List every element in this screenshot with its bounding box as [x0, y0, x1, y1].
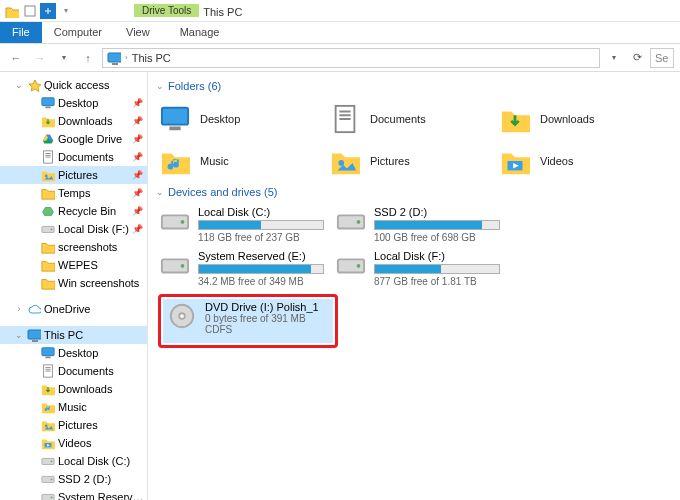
pin-icon: 📌	[132, 134, 143, 144]
desktop-icon	[41, 96, 55, 110]
sidebar: ⌄ Quick access Desktop📌Downloads📌Google …	[0, 72, 148, 500]
drive-icon	[41, 454, 55, 468]
qat-properties-icon[interactable]	[22, 3, 38, 19]
star-icon	[27, 78, 41, 92]
sidebar-item-recycle-bin[interactable]: Recycle Bin📌	[0, 202, 147, 220]
nav-recent-dropdown[interactable]: ▾	[54, 48, 74, 68]
folder-downloads[interactable]: Downloads	[496, 98, 666, 140]
folder-icon	[41, 186, 55, 200]
sidebar-onedrive[interactable]: › OneDrive	[0, 300, 147, 318]
pictures-icon	[41, 418, 55, 432]
downloads-icon	[41, 382, 55, 396]
sidebar-item-desktop[interactable]: Desktop	[0, 344, 147, 362]
pin-icon: 📌	[132, 116, 143, 126]
sidebar-this-pc[interactable]: ⌄ This PC	[0, 326, 147, 344]
search-placeholder: Se	[655, 52, 668, 64]
sidebar-item-temps[interactable]: Temps📌	[0, 184, 147, 202]
sidebar-item-downloads[interactable]: Downloads📌	[0, 112, 147, 130]
sidebar-item-videos[interactable]: Videos	[0, 434, 147, 452]
chevron-down-icon[interactable]: ⌄	[156, 187, 164, 197]
usage-bar	[374, 264, 500, 274]
drive-local-disk-f-[interactable]: Local Disk (F:)877 GB free of 1.81 TB	[332, 248, 502, 292]
sidebar-item-desktop[interactable]: Desktop📌	[0, 94, 147, 112]
music-icon	[41, 400, 55, 414]
documents-icon	[41, 364, 55, 378]
sidebar-item-google-drive[interactable]: Google Drive📌	[0, 130, 147, 148]
ribbon-tab-computer[interactable]: Computer	[42, 22, 114, 43]
sidebar-item-local-disk-c-[interactable]: Local Disk (C:)	[0, 452, 147, 470]
qat-newfolder-icon[interactable]	[40, 3, 56, 19]
qat-dropdown-icon[interactable]: ▾	[58, 3, 74, 19]
sidebar-item-ssd-2-d-[interactable]: SSD 2 (D:)	[0, 470, 147, 488]
folder-desktop[interactable]: Desktop	[156, 98, 326, 140]
usage-bar	[198, 264, 324, 274]
drive-system-reserved-e-[interactable]: System Reserved (E:)34.2 MB free of 349 …	[156, 248, 326, 292]
pin-icon: 📌	[132, 224, 143, 234]
documents-icon	[41, 150, 55, 164]
breadcrumb[interactable]: This PC	[132, 52, 171, 64]
group-folders[interactable]: ⌄ Folders (6)	[156, 80, 676, 92]
pin-icon: 📌	[132, 98, 143, 108]
drive-icon	[158, 250, 192, 280]
sidebar-item-documents[interactable]: Documents	[0, 362, 147, 380]
chevron-down-icon[interactable]: ⌄	[14, 330, 24, 340]
drive-icon	[334, 250, 368, 280]
recycle-icon	[41, 204, 55, 218]
downloads-icon	[41, 114, 55, 128]
sidebar-item-downloads[interactable]: Downloads	[0, 380, 147, 398]
folder-videos[interactable]: Videos	[496, 140, 666, 182]
sidebar-item-screenshots[interactable]: screenshots	[0, 238, 147, 256]
music-icon	[158, 146, 192, 176]
downloads-icon	[498, 104, 532, 134]
group-folders-label: Folders (6)	[168, 80, 221, 92]
chevron-right-icon[interactable]: ›	[14, 304, 24, 314]
drive-win-icon	[158, 206, 192, 236]
drive-icon	[334, 206, 368, 236]
search-box[interactable]: Se	[650, 48, 674, 68]
drive-ssd-2-d-[interactable]: SSD 2 (D:)100 GB free of 698 GB	[332, 204, 502, 248]
ribbon: File Computer View Manage	[0, 22, 680, 44]
sidebar-item-win-screenshots[interactable]: Win screenshots	[0, 274, 147, 292]
sidebar-item-documents[interactable]: Documents📌	[0, 148, 147, 166]
ribbon-tab-view[interactable]: View	[114, 22, 162, 43]
cloud-icon	[27, 302, 41, 316]
dvd-icon	[165, 301, 199, 331]
refresh-button[interactable]: ⟳	[628, 51, 646, 64]
sidebar-item-system-reserved-e-[interactable]: System Reserved (E:)	[0, 488, 147, 500]
ribbon-file[interactable]: File	[0, 22, 42, 43]
sidebar-quick-access[interactable]: ⌄ Quick access	[0, 76, 147, 94]
navbar: ← → ▾ ↑ › This PC ▾ ⟳ Se	[0, 44, 680, 72]
context-tab-label: Drive Tools	[134, 4, 199, 17]
nav-back[interactable]: ←	[6, 48, 26, 68]
folder-pictures[interactable]: Pictures	[326, 140, 496, 182]
folder-documents[interactable]: Documents	[326, 98, 496, 140]
drive-icon	[41, 472, 55, 486]
address-dropdown-icon[interactable]: ▾	[604, 48, 624, 68]
usage-bar	[198, 220, 324, 230]
drive-local-disk-c-[interactable]: Local Disk (C:)118 GB free of 237 GB	[156, 204, 326, 248]
chevron-down-icon[interactable]: ⌄	[14, 80, 24, 90]
gdrive-icon	[41, 132, 55, 146]
sidebar-item-wepes[interactable]: WEPES	[0, 256, 147, 274]
desktop-icon	[158, 104, 192, 134]
sidebar-item-local-disk-f-[interactable]: Local Disk (F:)📌	[0, 220, 147, 238]
address-bar[interactable]: › This PC	[102, 48, 600, 68]
group-drives[interactable]: ⌄ Devices and drives (5)	[156, 186, 676, 198]
chevron-down-icon[interactable]: ⌄	[156, 81, 164, 91]
nav-up[interactable]: ↑	[78, 48, 98, 68]
pictures-icon	[328, 146, 362, 176]
monitor-icon	[27, 328, 41, 342]
pin-icon: 📌	[132, 206, 143, 216]
pin-icon: 📌	[132, 188, 143, 198]
sidebar-item-pictures[interactable]: Pictures📌	[0, 166, 147, 184]
nav-forward: →	[30, 48, 50, 68]
window-title: This PC	[203, 4, 242, 18]
svg-rect-11	[25, 6, 35, 16]
folder-music[interactable]: Music	[156, 140, 326, 182]
pin-icon: 📌	[132, 170, 143, 180]
ribbon-tab-manage[interactable]: Manage	[168, 22, 232, 43]
drive-dvd-drive-i-polish-1[interactable]: DVD Drive (I:) Polish_10 bytes free of 3…	[163, 299, 333, 343]
sidebar-item-music[interactable]: Music	[0, 398, 147, 416]
thispc-icon	[107, 51, 121, 65]
sidebar-item-pictures[interactable]: Pictures	[0, 416, 147, 434]
